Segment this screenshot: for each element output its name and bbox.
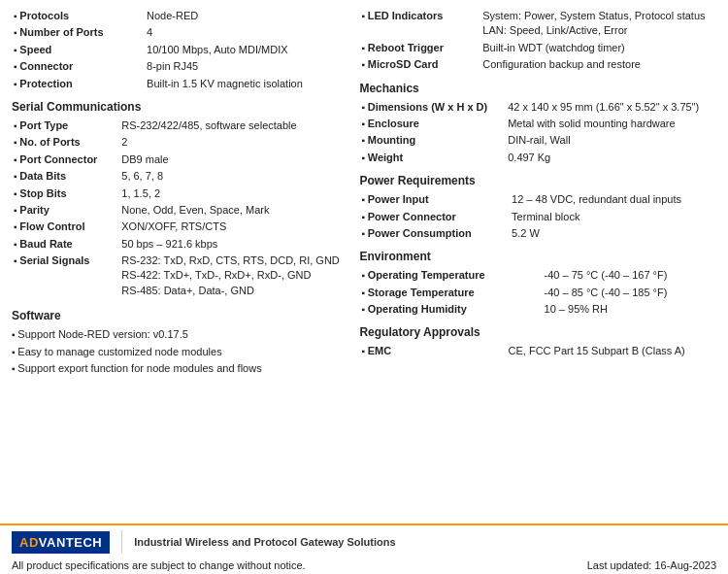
reg-table: EMCCE, FCC Part 15 Subpart B (Class A) — [359, 343, 716, 359]
env-spec-row: Operating Humidity10 – 95% RH — [359, 301, 716, 318]
power-spec-row: Power Consumption5.2 W — [359, 225, 716, 242]
spec-value: RS-232: TxD, RxD, CTS, RTS, DCD, RI, GND… — [119, 253, 344, 299]
software-item: Easy to manage customized node modules — [12, 344, 344, 360]
spec-label: No. of Ports — [12, 134, 119, 151]
spec-label: Speed — [12, 42, 145, 58]
spec-label: Port Type — [12, 118, 119, 134]
microsd-value: Configuration backup and restore — [480, 56, 716, 73]
footer-main: ADVANTECH Industrial Wireless and Protoc… — [0, 523, 728, 558]
spec-value: None, Odd, Even, Space, Mark — [119, 202, 344, 219]
mechanics-spec-row: Weight0.497 Kg — [359, 150, 716, 166]
footer-sub: All product specifications are subject t… — [0, 558, 728, 574]
spec-value: 2 — [119, 134, 344, 151]
power-spec-row: Power ConnectorTerminal block — [359, 209, 716, 225]
spec-value: Metal with solid mounting hardware — [506, 116, 716, 132]
left-column: ProtocolsNode-REDNumber of Ports4Speed10… — [12, 8, 359, 377]
serial-spec-row: Serial SignalsRS-232: TxD, RxD, CTS, RTS… — [12, 253, 344, 299]
serial-spec-row: Baud Rate50 bps – 921.6 kbps — [12, 236, 344, 253]
general-specs-table: ProtocolsNode-REDNumber of Ports4Speed10… — [12, 8, 344, 92]
power-table: Power Input12 – 48 VDC, redundant dual i… — [359, 191, 716, 242]
general-spec-row: ProtocolsNode-RED — [12, 8, 344, 24]
spec-label: Power Input — [359, 191, 510, 208]
spec-value: RS-232/422/485, software selectable — [119, 118, 344, 134]
spec-label: EMC — [359, 343, 506, 359]
spec-label: Enclosure — [359, 116, 506, 132]
regulatory-title: Regulatory Approvals — [359, 325, 716, 339]
spec-label: Port Connector — [12, 152, 119, 168]
spec-label: Storage Temperature — [359, 285, 542, 301]
logo-vantech-part: VANTECH — [39, 535, 102, 550]
microsd-label: MicroSD Card — [359, 56, 480, 73]
spec-value: -40 – 75 °C (-40 – 167 °F) — [543, 267, 716, 284]
software-list: Support Node-RED version: v0.17.5Easy to… — [12, 326, 344, 377]
reboot-value: Built-in WDT (watchdog timer) — [480, 40, 716, 56]
spec-value: 10 – 95% RH — [543, 301, 716, 318]
spec-label: Serial Signals — [12, 253, 119, 299]
spec-label: Protocols — [12, 8, 145, 24]
spec-label: Stop Bits — [12, 186, 119, 202]
serial-spec-row: Stop Bits1, 1.5, 2 — [12, 186, 344, 202]
serial-spec-row: No. of Ports2 — [12, 134, 344, 151]
spec-label: Protection — [12, 76, 145, 92]
serial-section-title: Serial Communications — [12, 100, 344, 114]
spec-value: 8-pin RJ45 — [145, 58, 344, 75]
spec-label: Operating Humidity — [359, 301, 542, 318]
reboot-label: Reboot Trigger — [359, 40, 480, 56]
spec-label: Power Connector — [359, 209, 510, 225]
spec-label: Baud Rate — [12, 236, 119, 253]
serial-spec-row: Port TypeRS-232/422/485, software select… — [12, 118, 344, 134]
software-item: Support Node-RED version: v0.17.5 — [12, 326, 344, 343]
led-label: LED Indicators — [359, 8, 480, 40]
spec-value: 12 – 48 VDC, redundant dual inputs — [510, 191, 716, 208]
spec-label: Operating Temperature — [359, 267, 542, 284]
spec-value: 10/100 Mbps, Auto MDI/MDIX — [145, 42, 344, 58]
mechanics-spec-row: MountingDIN-rail, Wall — [359, 132, 716, 149]
spec-value: 0.497 Kg — [506, 150, 716, 166]
general-spec-row: Number of Ports4 — [12, 24, 344, 41]
software-section: Software Support Node-RED version: v0.17… — [12, 309, 344, 377]
mechanics-spec-row: Dimensions (W x H x D)42 x 140 x 95 mm (… — [359, 99, 716, 116]
serial-spec-row: Data Bits5, 6, 7, 8 — [12, 168, 344, 185]
spec-value: 5, 6, 7, 8 — [119, 168, 344, 185]
spec-value: CE, FCC Part 15 Subpart B (Class A) — [507, 343, 716, 359]
spec-label: Dimensions (W x H x D) — [359, 99, 506, 116]
spec-label: Connector — [12, 58, 145, 75]
footer-tagline: Industrial Wireless and Protocol Gateway… — [134, 536, 395, 548]
spec-value: DB9 male — [119, 152, 344, 168]
brand-area: ADVANTECH Industrial Wireless and Protoc… — [12, 530, 396, 554]
mechanics-spec-row: EnclosureMetal with solid mounting hardw… — [359, 116, 716, 132]
serial-specs-table: Port TypeRS-232/422/485, software select… — [12, 118, 344, 299]
serial-spec-row: Flow ControlXON/XOFF, RTS/CTS — [12, 219, 344, 235]
spec-label: Weight — [359, 150, 506, 166]
footer-last-updated: Last updated: 16-Aug-2023 — [587, 559, 716, 571]
general-spec-row: Speed10/100 Mbps, Auto MDI/MDIX — [12, 42, 344, 58]
serial-spec-row: ParityNone, Odd, Even, Space, Mark — [12, 202, 344, 219]
spec-value: Node-RED — [145, 8, 344, 24]
general-spec-row: Connector8-pin RJ45 — [12, 58, 344, 75]
spec-value: XON/XOFF, RTS/CTS — [119, 219, 344, 235]
reg-spec-row: EMCCE, FCC Part 15 Subpart B (Class A) — [359, 343, 716, 359]
top-right-specs: LED Indicators System: Power, System Sta… — [359, 8, 716, 74]
env-spec-row: Operating Temperature-40 – 75 °C (-40 – … — [359, 267, 716, 284]
footer-disclaimer: All product specifications are subject t… — [12, 559, 306, 571]
advantech-logo: ADVANTECH — [12, 531, 110, 554]
led-row: LED Indicators System: Power, System Sta… — [359, 8, 716, 40]
divider — [121, 530, 122, 554]
spec-label: Flow Control — [12, 219, 119, 235]
logo-ad-part: AD — [19, 535, 39, 550]
spec-value: 42 x 140 x 95 mm (1.66" x 5.52" x 3.75") — [506, 99, 716, 116]
led-value: System: Power, System Status, Protocol s… — [480, 8, 716, 40]
serial-spec-row: Port ConnectorDB9 male — [12, 152, 344, 168]
software-title: Software — [12, 309, 344, 322]
spec-label: Data Bits — [12, 168, 119, 185]
power-title: Power Requirements — [359, 174, 716, 187]
spec-value: -40 – 85 °C (-40 – 185 °F) — [543, 285, 716, 301]
spec-label: Number of Ports — [12, 24, 145, 41]
power-spec-row: Power Input12 – 48 VDC, redundant dual i… — [359, 191, 716, 208]
footer: ADVANTECH Industrial Wireless and Protoc… — [0, 523, 728, 574]
spec-value: DIN-rail, Wall — [506, 132, 716, 149]
general-spec-row: ProtectionBuilt-in 1.5 KV magnetic isola… — [12, 76, 344, 92]
spec-label: Mounting — [359, 132, 506, 149]
microsd-row: MicroSD Card Configuration backup and re… — [359, 56, 716, 73]
spec-value: 5.2 W — [510, 225, 716, 242]
